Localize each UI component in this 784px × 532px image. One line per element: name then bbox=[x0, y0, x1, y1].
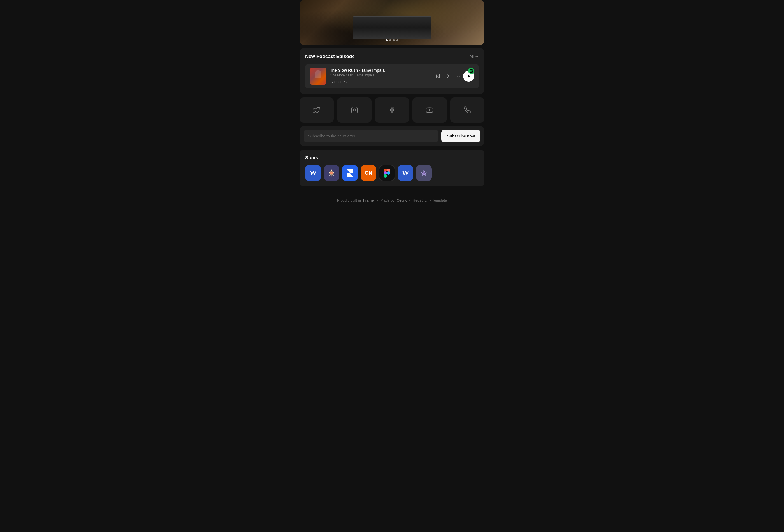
youtube-social-card[interactable] bbox=[413, 97, 447, 123]
svg-rect-5 bbox=[352, 107, 358, 113]
hero-image bbox=[300, 0, 484, 45]
twitter-social-card[interactable] bbox=[300, 97, 334, 123]
app-hackernoon[interactable]: ON bbox=[361, 165, 376, 181]
facebook-icon bbox=[388, 106, 396, 114]
instagram-social-card[interactable] bbox=[337, 97, 371, 123]
app-word[interactable]: W bbox=[305, 165, 321, 181]
subscribe-button[interactable]: Subscribe now bbox=[441, 130, 480, 142]
spotify-icon bbox=[468, 68, 474, 74]
newsletter-card: Subscribe now bbox=[300, 126, 484, 146]
apps-row: W ON bbox=[305, 165, 479, 181]
footer-dot-2 bbox=[409, 200, 411, 201]
vorschau-badge: VORSCHAU bbox=[330, 80, 349, 84]
skip-back-button[interactable] bbox=[434, 72, 442, 80]
svg-marker-0 bbox=[437, 75, 440, 78]
stack-title: Stack bbox=[305, 155, 479, 161]
track-info: The Slow Rush · Tame Impala One More Yea… bbox=[330, 68, 431, 84]
svg-point-13 bbox=[387, 171, 390, 175]
podcast-card: New Podcast Episode All The Slow Rush · … bbox=[300, 48, 484, 94]
app-notion-2[interactable] bbox=[416, 165, 432, 181]
youtube-icon bbox=[426, 106, 433, 114]
podcast-player: The Slow Rush · Tame Impala One More Yea… bbox=[305, 64, 479, 88]
figma-icon bbox=[384, 169, 390, 177]
app-framer[interactable] bbox=[342, 165, 358, 181]
app-notion[interactable] bbox=[324, 165, 339, 181]
more-options-button[interactable]: ··· bbox=[455, 73, 460, 79]
skip-forward-button[interactable] bbox=[445, 72, 452, 80]
hero-section bbox=[300, 0, 484, 45]
footer-framer-link[interactable]: Framer bbox=[363, 198, 375, 202]
arrow-right-icon bbox=[475, 55, 479, 58]
twitter-icon bbox=[313, 106, 320, 114]
footer: Proudly built in Framer Made by Cedric ©… bbox=[300, 190, 484, 202]
carousel-dot-3[interactable] bbox=[393, 39, 395, 41]
phone-social-card[interactable] bbox=[450, 97, 484, 123]
notion2-icon bbox=[420, 169, 428, 177]
carousel-dot-2[interactable] bbox=[389, 39, 391, 41]
svg-point-14 bbox=[423, 172, 425, 174]
stack-card: Stack W ON bbox=[300, 149, 484, 187]
instagram-icon bbox=[351, 106, 358, 114]
footer-built-prefix: Proudly built in bbox=[337, 198, 361, 202]
spotify-logo bbox=[470, 69, 473, 73]
framer-icon bbox=[347, 169, 353, 177]
track-name: The Slow Rush · Tame Impala bbox=[330, 68, 431, 73]
svg-marker-4 bbox=[468, 75, 470, 78]
phone-icon bbox=[464, 106, 471, 114]
footer-copyright: ©2023 Linx Template bbox=[413, 198, 447, 202]
svg-rect-12 bbox=[384, 174, 387, 177]
notion-icon bbox=[327, 169, 336, 177]
track-album: One More Year · Tame Impala bbox=[330, 73, 431, 77]
newsletter-input[interactable] bbox=[304, 130, 439, 142]
footer-dot-1 bbox=[377, 200, 378, 201]
footer-made-prefix: Made by bbox=[381, 198, 394, 202]
svg-marker-7 bbox=[429, 109, 431, 111]
facebook-social-card[interactable] bbox=[375, 97, 409, 123]
carousel-dots[interactable] bbox=[386, 39, 398, 41]
podcast-all-link[interactable]: All bbox=[469, 54, 479, 59]
podcast-section-title: New Podcast Episode bbox=[305, 54, 355, 59]
svg-marker-2 bbox=[447, 75, 449, 78]
footer-cedric-link[interactable]: Cedric bbox=[397, 198, 408, 202]
album-art bbox=[310, 68, 327, 85]
carousel-dot-4[interactable] bbox=[396, 39, 398, 41]
podcast-header: New Podcast Episode All bbox=[305, 54, 479, 59]
social-grid bbox=[300, 97, 484, 123]
app-word-2[interactable]: W bbox=[398, 165, 413, 181]
carousel-dot-1[interactable] bbox=[386, 39, 388, 41]
app-figma[interactable] bbox=[379, 165, 395, 181]
